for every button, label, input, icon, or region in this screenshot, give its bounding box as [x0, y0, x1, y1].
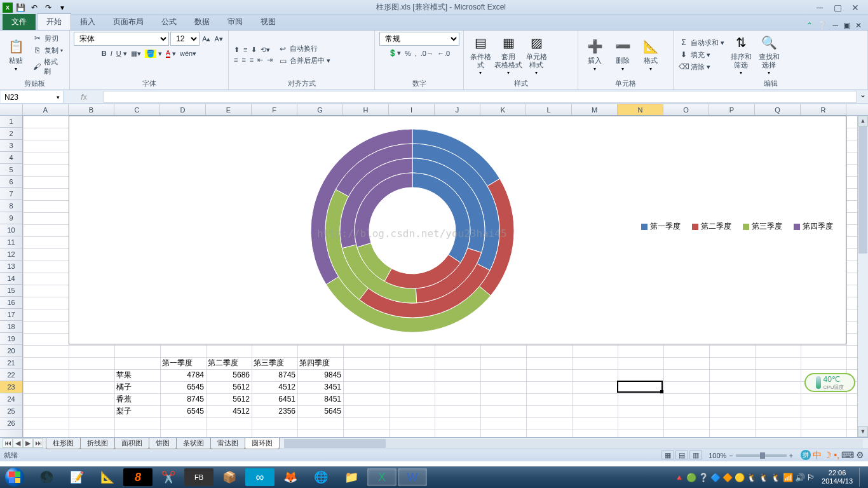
- cell[interactable]: 4784: [160, 369, 206, 381]
- fill-color-button[interactable]: 🪣▾: [144, 49, 163, 58]
- tray-icon[interactable]: 🟢: [686, 473, 696, 482]
- taskbar-matlab-icon[interactable]: 📐: [93, 468, 122, 486]
- cell[interactable]: 第一季度: [160, 357, 206, 369]
- delete-cells-button[interactable]: ➖删除▾: [610, 34, 635, 76]
- tray-icon[interactable]: 🔺: [674, 473, 684, 482]
- row-header-21[interactable]: 21: [0, 357, 22, 369]
- window-restore-icon[interactable]: ▣: [843, 21, 850, 30]
- col-header-K[interactable]: K: [480, 104, 526, 115]
- sort-filter-button[interactable]: ⇅排序和筛选▾: [728, 34, 754, 76]
- row-header-10[interactable]: 10: [0, 224, 22, 236]
- taskbar-cloud-icon[interactable]: ∞: [245, 468, 275, 486]
- cell[interactable]: 8745: [252, 369, 297, 381]
- cell[interactable]: 梨子: [114, 405, 160, 417]
- legend-item[interactable]: 第三季度: [743, 221, 782, 232]
- zoom-in-icon[interactable]: +: [789, 452, 793, 459]
- autosum-button[interactable]: Σ自动求和▾: [677, 37, 726, 48]
- col-header-F[interactable]: F: [252, 104, 297, 115]
- align-left-icon[interactable]: ≡: [233, 55, 239, 64]
- fx-icon[interactable]: fx: [81, 93, 86, 102]
- cell[interactable]: 8451: [297, 393, 343, 405]
- taskbar-clock[interactable]: 22:06 2014/4/13: [818, 469, 857, 485]
- cell[interactable]: 2356: [252, 405, 297, 417]
- sheet-tab[interactable]: 折线图: [80, 438, 115, 449]
- cell[interactable]: 香蕉: [114, 393, 160, 405]
- vertical-scrollbar[interactable]: ▲ ▼: [857, 116, 868, 437]
- name-box[interactable]: N23▾: [1, 91, 64, 103]
- sheet-tab[interactable]: 圆环图: [245, 438, 280, 449]
- row-header-25[interactable]: 25: [0, 405, 22, 417]
- align-mid-icon[interactable]: ≡: [242, 45, 248, 54]
- cell[interactable]: 4512: [252, 381, 297, 393]
- tray-qq-icon[interactable]: 🐧: [759, 473, 769, 482]
- col-header-R[interactable]: R: [801, 104, 846, 115]
- ime-gear-icon[interactable]: ⚙: [856, 450, 864, 461]
- show-desktop-button[interactable]: [859, 468, 864, 487]
- clear-button[interactable]: ⌫清除▾: [677, 61, 726, 72]
- indent-dec-icon[interactable]: ⇤: [256, 55, 264, 65]
- ime-punct-icon[interactable]: •,: [834, 450, 839, 461]
- tray-icon[interactable]: 🟡: [735, 473, 745, 482]
- view-pagebreak-icon[interactable]: ▥: [689, 451, 702, 459]
- cell[interactable]: 4512: [206, 405, 252, 417]
- cell-styles-button[interactable]: ▨单元格样式▾: [524, 34, 549, 76]
- col-header-E[interactable]: E: [206, 104, 252, 115]
- cell[interactable]: 5645: [297, 405, 343, 417]
- legend-item[interactable]: 第二季度: [692, 221, 731, 232]
- row-header-23[interactable]: 23: [0, 381, 22, 393]
- align-center-icon[interactable]: ≡: [240, 55, 247, 64]
- cell[interactable]: 苹果: [114, 369, 160, 381]
- col-header-N[interactable]: N: [618, 104, 663, 115]
- grow-font-icon[interactable]: A▴: [201, 34, 212, 44]
- view-pagelayout-icon[interactable]: ▤: [675, 451, 688, 459]
- chart-object[interactable]: 第一季度第二季度第三季度第四季度 http://blog.csdn.net/yo…: [69, 116, 846, 344]
- col-header-B[interactable]: B: [69, 104, 114, 115]
- row-header-1[interactable]: 1: [0, 116, 22, 128]
- border-button[interactable]: ▦▾: [130, 49, 142, 58]
- col-header-H[interactable]: H: [343, 104, 389, 115]
- row-header-5[interactable]: 5: [0, 164, 22, 176]
- col-header-J[interactable]: J: [435, 104, 480, 115]
- row-header-3[interactable]: 3: [0, 140, 22, 152]
- cell[interactable]: 5612: [206, 393, 252, 405]
- col-header-C[interactable]: C: [114, 104, 160, 115]
- sheet-tab[interactable]: 面积图: [114, 438, 149, 449]
- row-header-11[interactable]: 11: [0, 236, 22, 248]
- row-header-14[interactable]: 14: [0, 273, 22, 285]
- underline-button[interactable]: U▾: [115, 49, 128, 58]
- align-top-icon[interactable]: ⬆: [233, 45, 241, 55]
- row-header-4[interactable]: 4: [0, 152, 22, 164]
- tab-review[interactable]: 审阅: [219, 14, 252, 30]
- comma-icon[interactable]: ,: [414, 49, 418, 58]
- merge-center-button[interactable]: ▭合并后居中▾: [276, 55, 332, 67]
- cell[interactable]: 5686: [206, 369, 252, 381]
- taskbar-ie-icon[interactable]: 🌐: [306, 468, 336, 486]
- col-header-L[interactable]: L: [526, 104, 572, 115]
- tray-flag-icon[interactable]: 🏳: [807, 473, 815, 482]
- cell[interactable]: 第三季度: [252, 357, 297, 369]
- tray-icon[interactable]: 🔷: [710, 473, 721, 482]
- row-header-19[interactable]: 19: [0, 333, 22, 345]
- zoom-slider[interactable]: [736, 454, 787, 457]
- cell[interactable]: 第四季度: [297, 357, 343, 369]
- tray-icon[interactable]: ❔: [698, 473, 709, 482]
- row-header-9[interactable]: 9: [0, 212, 22, 224]
- sheet-last-icon[interactable]: ⏭: [33, 438, 43, 448]
- window-min2-icon[interactable]: ─: [832, 21, 838, 30]
- cell[interactable]: 6545: [160, 405, 206, 417]
- tray-qq-icon[interactable]: 🐧: [747, 473, 757, 482]
- row-header-7[interactable]: 7: [0, 188, 22, 200]
- wrap-text-button[interactable]: ↩自动换行: [276, 43, 332, 55]
- cell[interactable]: 第二季度: [206, 357, 252, 369]
- taskbar-word-icon[interactable]: W: [398, 468, 427, 486]
- inc-decimal-icon[interactable]: .0→: [419, 49, 435, 58]
- row-header-18[interactable]: 18: [0, 321, 22, 333]
- format-painter-button[interactable]: 🖌格式刷: [31, 57, 65, 77]
- ime-cn-icon[interactable]: 中: [813, 450, 822, 461]
- taskbar-eclipse-icon[interactable]: 🌑: [32, 468, 61, 486]
- tray-qq-icon[interactable]: 🐧: [771, 473, 781, 482]
- cpu-temp-widget[interactable]: 40℃ CPU温度: [804, 373, 855, 392]
- cell[interactable]: 6451: [252, 393, 297, 405]
- font-color-button[interactable]: A▾: [165, 48, 177, 58]
- dec-decimal-icon[interactable]: ←.0: [436, 49, 451, 58]
